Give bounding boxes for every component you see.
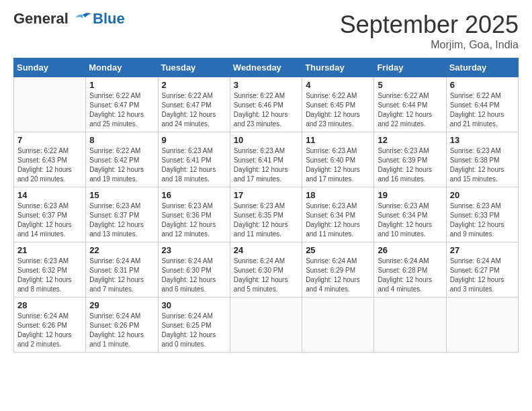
day-cell: 8Sunrise: 6:22 AM Sunset: 6:42 PM Daylig… — [86, 132, 158, 187]
logo-general: General — [13, 10, 69, 27]
logo-text: General — [13, 11, 91, 27]
day-cell — [446, 298, 518, 353]
header: General Blue September 2025 Morjim, Goa,… — [13, 11, 519, 51]
month-title: September 2025 — [340, 11, 519, 39]
day-info: Sunrise: 6:24 AM Sunset: 6:31 PM Dayligh… — [89, 257, 154, 294]
header-cell-tuesday: Tuesday — [158, 58, 230, 77]
day-cell: 25Sunrise: 6:24 AM Sunset: 6:29 PM Dayli… — [302, 242, 374, 298]
header-cell-thursday: Thursday — [302, 58, 374, 77]
logo-blue: Blue — [93, 11, 125, 27]
day-number: 26 — [378, 245, 442, 255]
day-number: 30 — [162, 300, 226, 310]
day-cell: 23Sunrise: 6:24 AM Sunset: 6:30 PM Dayli… — [158, 242, 230, 298]
header-row: SundayMondayTuesdayWednesdayThursdayFrid… — [14, 58, 519, 77]
day-info: Sunrise: 6:23 AM Sunset: 6:37 PM Dayligh… — [89, 201, 154, 239]
day-info: Sunrise: 6:24 AM Sunset: 6:28 PM Dayligh… — [378, 257, 442, 294]
day-number: 20 — [450, 190, 515, 200]
day-cell: 17Sunrise: 6:23 AM Sunset: 6:35 PM Dayli… — [230, 187, 302, 242]
day-cell: 3Sunrise: 6:22 AM Sunset: 6:46 PM Daylig… — [230, 77, 302, 132]
day-cell: 26Sunrise: 6:24 AM Sunset: 6:28 PM Dayli… — [374, 242, 446, 298]
day-cell: 29Sunrise: 6:24 AM Sunset: 6:26 PM Dayli… — [86, 298, 158, 353]
location: Morjim, Goa, India — [340, 39, 519, 51]
week-row-2: 7Sunrise: 6:22 AM Sunset: 6:43 PM Daylig… — [14, 132, 519, 187]
day-info: Sunrise: 6:24 AM Sunset: 6:25 PM Dayligh… — [162, 312, 226, 349]
day-number: 28 — [17, 300, 82, 310]
day-info: Sunrise: 6:22 AM Sunset: 6:44 PM Dayligh… — [450, 91, 515, 129]
day-number: 6 — [450, 80, 515, 90]
day-number: 5 — [378, 80, 442, 90]
calendar-table: SundayMondayTuesdayWednesdayThursdayFrid… — [13, 58, 519, 353]
day-number: 14 — [17, 190, 82, 200]
day-number: 18 — [306, 190, 370, 200]
day-info: Sunrise: 6:23 AM Sunset: 6:36 PM Dayligh… — [162, 201, 226, 239]
day-cell: 19Sunrise: 6:23 AM Sunset: 6:34 PM Dayli… — [374, 187, 446, 242]
day-number: 1 — [89, 80, 154, 90]
header-cell-wednesday: Wednesday — [230, 58, 302, 77]
day-cell: 12Sunrise: 6:23 AM Sunset: 6:39 PM Dayli… — [374, 132, 446, 187]
day-info: Sunrise: 6:23 AM Sunset: 6:34 PM Dayligh… — [306, 201, 370, 239]
logo: General Blue — [13, 11, 125, 27]
day-cell — [14, 77, 86, 132]
day-number: 2 — [162, 80, 226, 90]
day-cell: 7Sunrise: 6:22 AM Sunset: 6:43 PM Daylig… — [14, 132, 86, 187]
day-info: Sunrise: 6:22 AM Sunset: 6:46 PM Dayligh… — [234, 91, 298, 129]
day-cell: 6Sunrise: 6:22 AM Sunset: 6:44 PM Daylig… — [446, 77, 518, 132]
day-number: 21 — [17, 245, 82, 255]
day-info: Sunrise: 6:23 AM Sunset: 6:40 PM Dayligh… — [306, 146, 370, 184]
day-cell: 30Sunrise: 6:24 AM Sunset: 6:25 PM Dayli… — [158, 298, 230, 353]
day-info: Sunrise: 6:24 AM Sunset: 6:26 PM Dayligh… — [89, 312, 154, 349]
week-row-1: 1Sunrise: 6:22 AM Sunset: 6:47 PM Daylig… — [14, 77, 519, 132]
day-cell: 5Sunrise: 6:22 AM Sunset: 6:44 PM Daylig… — [374, 77, 446, 132]
day-cell — [374, 298, 446, 353]
day-number: 10 — [234, 135, 298, 145]
day-cell — [302, 298, 374, 353]
day-info: Sunrise: 6:23 AM Sunset: 6:35 PM Dayligh… — [234, 201, 298, 239]
header-cell-saturday: Saturday — [446, 58, 518, 77]
day-cell: 4Sunrise: 6:22 AM Sunset: 6:45 PM Daylig… — [302, 77, 374, 132]
day-number: 9 — [162, 135, 226, 145]
day-info: Sunrise: 6:23 AM Sunset: 6:41 PM Dayligh… — [162, 146, 226, 184]
day-number: 12 — [378, 135, 442, 145]
day-cell: 14Sunrise: 6:23 AM Sunset: 6:37 PM Dayli… — [14, 187, 86, 242]
day-number: 13 — [450, 135, 515, 145]
title-block: September 2025 Morjim, Goa, India — [340, 11, 519, 51]
day-info: Sunrise: 6:22 AM Sunset: 6:44 PM Dayligh… — [378, 91, 442, 129]
week-row-5: 28Sunrise: 6:24 AM Sunset: 6:26 PM Dayli… — [14, 298, 519, 353]
day-cell: 21Sunrise: 6:23 AM Sunset: 6:32 PM Dayli… — [14, 242, 86, 298]
day-info: Sunrise: 6:23 AM Sunset: 6:37 PM Dayligh… — [17, 201, 82, 239]
header-cell-monday: Monday — [86, 58, 158, 77]
day-number: 23 — [162, 245, 226, 255]
day-info: Sunrise: 6:24 AM Sunset: 6:26 PM Dayligh… — [17, 312, 82, 349]
day-cell: 10Sunrise: 6:23 AM Sunset: 6:41 PM Dayli… — [230, 132, 302, 187]
day-info: Sunrise: 6:24 AM Sunset: 6:29 PM Dayligh… — [306, 257, 370, 294]
day-cell: 9Sunrise: 6:23 AM Sunset: 6:41 PM Daylig… — [158, 132, 230, 187]
day-cell: 20Sunrise: 6:23 AM Sunset: 6:33 PM Dayli… — [446, 187, 518, 242]
week-row-3: 14Sunrise: 6:23 AM Sunset: 6:37 PM Dayli… — [14, 187, 519, 242]
day-cell: 22Sunrise: 6:24 AM Sunset: 6:31 PM Dayli… — [86, 242, 158, 298]
day-info: Sunrise: 6:22 AM Sunset: 6:47 PM Dayligh… — [89, 91, 154, 129]
day-number: 15 — [89, 190, 154, 200]
day-number: 7 — [17, 135, 82, 145]
day-info: Sunrise: 6:23 AM Sunset: 6:41 PM Dayligh… — [234, 146, 298, 184]
day-info: Sunrise: 6:22 AM Sunset: 6:47 PM Dayligh… — [162, 91, 226, 129]
day-number: 11 — [306, 135, 370, 145]
header-cell-sunday: Sunday — [14, 58, 86, 77]
day-cell: 2Sunrise: 6:22 AM Sunset: 6:47 PM Daylig… — [158, 77, 230, 132]
day-number: 19 — [378, 190, 442, 200]
day-info: Sunrise: 6:24 AM Sunset: 6:30 PM Dayligh… — [234, 257, 298, 294]
day-number: 22 — [89, 245, 154, 255]
day-info: Sunrise: 6:23 AM Sunset: 6:39 PM Dayligh… — [378, 146, 442, 184]
header-cell-friday: Friday — [374, 58, 446, 77]
page-container: General Blue September 2025 Morjim, Goa,… — [0, 0, 532, 359]
day-cell — [230, 298, 302, 353]
day-cell: 24Sunrise: 6:24 AM Sunset: 6:30 PM Dayli… — [230, 242, 302, 298]
day-cell: 13Sunrise: 6:23 AM Sunset: 6:38 PM Dayli… — [446, 132, 518, 187]
day-number: 4 — [306, 80, 370, 90]
day-cell: 15Sunrise: 6:23 AM Sunset: 6:37 PM Dayli… — [86, 187, 158, 242]
day-info: Sunrise: 6:23 AM Sunset: 6:34 PM Dayligh… — [378, 201, 442, 239]
day-number: 8 — [89, 135, 154, 145]
day-number: 24 — [234, 245, 298, 255]
day-cell: 18Sunrise: 6:23 AM Sunset: 6:34 PM Dayli… — [302, 187, 374, 242]
day-cell: 11Sunrise: 6:23 AM Sunset: 6:40 PM Dayli… — [302, 132, 374, 187]
day-number: 29 — [89, 300, 154, 310]
